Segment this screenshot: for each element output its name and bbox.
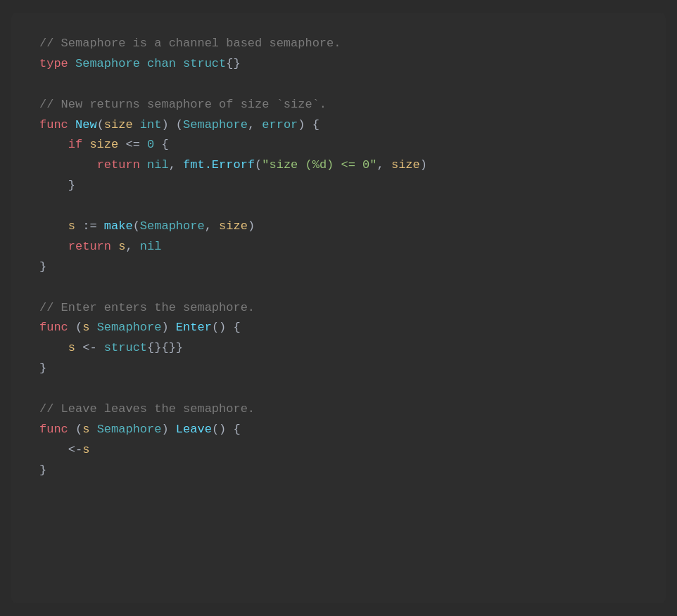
code-line-16: func (s Semaphore) Leave() { [39, 420, 638, 440]
code-line-empty-4 [39, 379, 638, 399]
code-line-18: } [39, 461, 638, 481]
code-line-7: } [39, 176, 638, 196]
code-line-5: if size <= 0 { [39, 135, 638, 155]
code-line-11: // Enter enters the semaphore. [39, 298, 638, 319]
code-line-empty-1 [39, 75, 638, 95]
code-line-empty-2 [39, 196, 638, 217]
code-line-8: s := make(Semaphore, size) [39, 217, 638, 237]
code-line-14: } [39, 359, 638, 379]
code-line-6: return nil, fmt.Errorf("size (%d) <= 0",… [39, 155, 638, 176]
code-line-13: s <- struct{}{}} [39, 338, 638, 359]
code-line-10: } [39, 257, 638, 278]
code-line-1: // Semaphore is a channel based semaphor… [39, 34, 638, 54]
code-line-9: return s, nil [39, 237, 638, 257]
code-line-empty-3 [39, 278, 638, 298]
code-line-12: func (s Semaphore) Enter() { [39, 318, 638, 338]
code-line-2: type Semaphore chan struct{} [39, 54, 638, 75]
code-line-17: <-s [39, 440, 638, 461]
code-line-15: // Leave leaves the semaphore. [39, 399, 638, 420]
code-line-4: func New(size int) (Semaphore, error) { [39, 115, 638, 136]
code-editor: // Semaphore is a channel based semaphor… [11, 13, 666, 603]
code-line-3: // New returns semaphore of size `size`. [39, 95, 638, 115]
